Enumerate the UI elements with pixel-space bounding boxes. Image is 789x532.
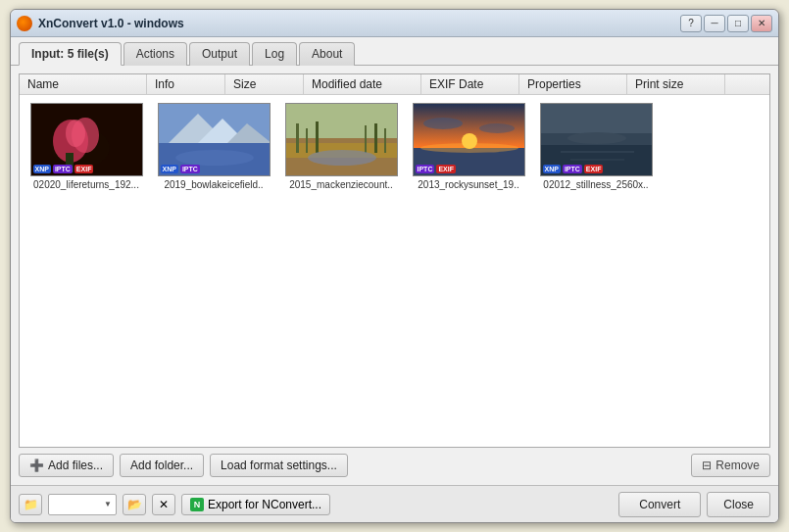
file-thumbnail bbox=[285, 103, 398, 176]
titlebar-buttons: ? ─ □ ✕ bbox=[680, 15, 772, 32]
badge-xnp: XNP bbox=[161, 165, 178, 173]
svg-rect-37 bbox=[570, 159, 624, 161]
svg-rect-17 bbox=[296, 123, 299, 153]
add-folder-button[interactable]: Add folder... bbox=[120, 454, 204, 477]
bottom-button-bar: ➕ Add files... Add folder... Load format… bbox=[19, 454, 770, 477]
badge-iptc: IPTC bbox=[180, 165, 200, 173]
tab-log[interactable]: Log bbox=[252, 42, 297, 66]
badge-container: IPTC EXIF bbox=[416, 165, 457, 173]
file-thumbnail: XNP IPTC EXIF bbox=[540, 103, 653, 176]
svg-point-27 bbox=[462, 133, 477, 149]
close-window-button[interactable]: ✕ bbox=[751, 15, 772, 32]
svg-rect-14 bbox=[286, 104, 398, 138]
plus-icon: ➕ bbox=[29, 459, 44, 472]
file-name: 2015_mackenziecount.. bbox=[285, 179, 398, 190]
file-name: 2013_rockysunset_19.. bbox=[413, 179, 525, 190]
svg-rect-22 bbox=[384, 128, 386, 153]
badge-xnp: XNP bbox=[543, 165, 561, 173]
badge-exif: EXIF bbox=[436, 165, 456, 173]
badge-xnp: XNP bbox=[33, 165, 51, 173]
list-item[interactable]: XNP IPTC EXIF 02020_lifereturns_192... bbox=[27, 103, 145, 190]
window-title: XnConvert v1.0 - windows bbox=[38, 17, 680, 30]
list-item[interactable]: 2015_mackenziecount.. bbox=[282, 103, 400, 190]
folder-icon-button[interactable]: 📁 bbox=[19, 494, 42, 515]
browse-button[interactable]: 📂 bbox=[123, 494, 146, 515]
col-name: Name bbox=[20, 74, 147, 94]
file-list-body[interactable]: XNP IPTC EXIF 02020_lifereturns_192... bbox=[20, 95, 769, 447]
main-content: Name Info Size Modified date EXIF Date P… bbox=[11, 66, 778, 485]
svg-point-28 bbox=[423, 118, 463, 129]
svg-rect-21 bbox=[374, 123, 377, 153]
svg-point-12 bbox=[175, 150, 254, 166]
load-format-button[interactable]: Load format settings... bbox=[210, 454, 348, 477]
svg-point-4 bbox=[66, 120, 85, 147]
remove-button[interactable]: ⊟ Remove bbox=[691, 454, 770, 477]
svg-point-35 bbox=[567, 132, 626, 144]
svg-rect-18 bbox=[306, 128, 308, 153]
list-item[interactable]: XNP IPTC 2019_bowlakeicefield.. bbox=[155, 103, 272, 190]
badge-exif: EXIF bbox=[584, 165, 604, 173]
col-properties: Properties bbox=[519, 74, 627, 94]
col-modified: Modified date bbox=[304, 74, 421, 94]
svg-rect-36 bbox=[561, 151, 634, 153]
export-icon: N bbox=[190, 498, 204, 511]
convert-button[interactable]: Convert bbox=[618, 492, 701, 517]
col-info: Info bbox=[147, 74, 225, 94]
tab-input[interactable]: Input: 5 file(s) bbox=[19, 42, 122, 66]
add-files-button[interactable]: ➕ Add files... bbox=[19, 454, 114, 477]
badge-iptc: IPTC bbox=[53, 165, 73, 173]
badge-container: XNP IPTC EXIF bbox=[33, 165, 94, 173]
remove-icon: ⊟ bbox=[702, 459, 712, 472]
titlebar: XnConvert v1.0 - windows ? ─ □ ✕ bbox=[11, 10, 778, 37]
maximize-button[interactable]: □ bbox=[727, 15, 749, 32]
file-name: 2019_bowlakeicefield.. bbox=[158, 179, 271, 190]
clear-button[interactable]: ✕ bbox=[152, 494, 175, 515]
file-name: 02012_stillness_2560x.. bbox=[540, 179, 653, 190]
path-dropdown[interactable]: ▼ bbox=[48, 494, 117, 515]
file-thumbnail: XNP IPTC bbox=[158, 103, 271, 176]
file-thumbnail: IPTC EXIF bbox=[413, 103, 525, 176]
svg-point-23 bbox=[308, 150, 376, 166]
tab-about[interactable]: About bbox=[299, 42, 355, 66]
file-list-container: Name Info Size Modified date EXIF Date P… bbox=[19, 73, 770, 448]
badge-container: XNP IPTC bbox=[161, 165, 200, 173]
svg-rect-20 bbox=[365, 125, 367, 153]
minimize-button[interactable]: ─ bbox=[704, 15, 725, 32]
help-button[interactable]: ? bbox=[680, 15, 702, 32]
tab-output[interactable]: Output bbox=[189, 42, 250, 66]
footer-bar: 📁 ▼ 📂 ✕ N Export for NConvert... Convert… bbox=[11, 485, 778, 522]
svg-point-29 bbox=[479, 123, 515, 133]
badge-container: XNP IPTC EXIF bbox=[543, 165, 604, 173]
file-name: 02020_lifereturns_192... bbox=[30, 179, 143, 190]
export-button[interactable]: N Export for NConvert... bbox=[181, 494, 330, 515]
chevron-down-icon: ▼ bbox=[104, 500, 112, 508]
badge-iptc: IPTC bbox=[563, 165, 582, 173]
close-button[interactable]: Close bbox=[707, 492, 770, 517]
col-size: Size bbox=[225, 74, 304, 94]
tab-actions[interactable]: Actions bbox=[123, 42, 187, 66]
clear-icon: ✕ bbox=[159, 498, 169, 511]
list-item[interactable]: IPTC EXIF 2013_rockysunset_19.. bbox=[410, 103, 527, 190]
badge-iptc: IPTC bbox=[416, 165, 435, 173]
browse-icon: 📂 bbox=[127, 498, 142, 511]
list-item[interactable]: XNP IPTC EXIF 02012_stillness_2560x.. bbox=[537, 103, 655, 190]
badge-exif: EXIF bbox=[74, 165, 94, 173]
file-thumbnail: XNP IPTC EXIF bbox=[30, 103, 143, 176]
svg-rect-19 bbox=[316, 121, 319, 153]
main-window: XnConvert v1.0 - windows ? ─ □ ✕ Input: … bbox=[10, 9, 779, 523]
file-list-header: Name Info Size Modified date EXIF Date P… bbox=[20, 74, 769, 95]
col-exif: EXIF Date bbox=[421, 74, 519, 94]
folder-icon: 📁 bbox=[24, 498, 38, 511]
col-print: Print size bbox=[627, 74, 725, 94]
tab-bar: Input: 5 file(s) Actions Output Log Abou… bbox=[11, 37, 778, 66]
app-icon bbox=[17, 16, 32, 31]
